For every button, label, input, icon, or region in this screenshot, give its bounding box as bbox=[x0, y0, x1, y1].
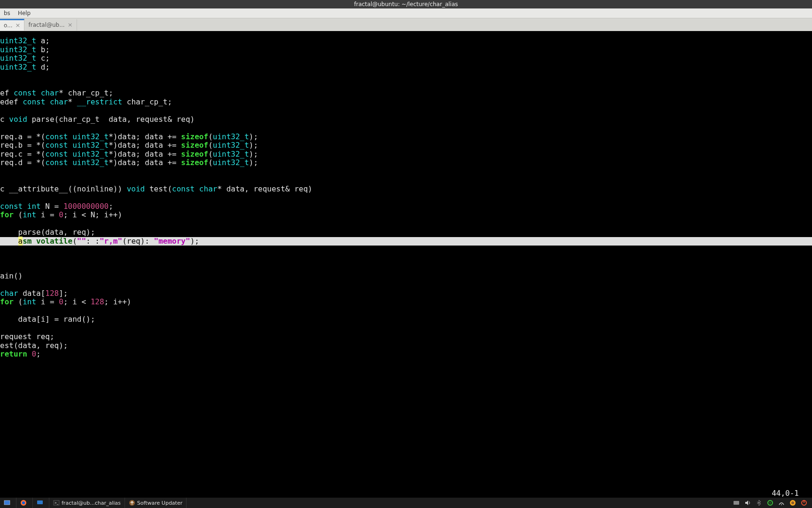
svg-marker-8 bbox=[745, 500, 748, 505]
tab-label: fractal@ub... bbox=[28, 22, 64, 28]
sync-icon[interactable] bbox=[767, 500, 773, 506]
chat-icon bbox=[37, 500, 43, 506]
svg-text:>_: >_ bbox=[55, 501, 59, 505]
volume-icon[interactable] bbox=[744, 500, 751, 506]
code-content: uint32_t a; uint32_t b; uint32_t c; uint… bbox=[0, 31, 812, 359]
firefox-icon bbox=[20, 500, 27, 506]
menu-help[interactable]: Help bbox=[14, 9, 34, 17]
desktop-icon bbox=[4, 500, 10, 506]
keyboard-indicator-icon[interactable] bbox=[733, 500, 740, 506]
network-icon[interactable] bbox=[778, 500, 785, 506]
taskbar-window-label: Software Updater bbox=[137, 500, 182, 506]
svg-point-10 bbox=[769, 502, 771, 504]
chat-launcher[interactable] bbox=[33, 498, 49, 508]
svg-rect-3 bbox=[37, 500, 43, 504]
highlighted-line: asm volatile("": :"r,m"(req): "memory"); bbox=[0, 237, 812, 246]
terminal-icon: >_ bbox=[53, 500, 60, 506]
terminal-tab-active[interactable]: o... × bbox=[0, 19, 24, 31]
bluetooth-icon[interactable] bbox=[756, 500, 762, 506]
tab-label: o... bbox=[4, 22, 13, 29]
svg-point-11 bbox=[781, 504, 782, 505]
updater-icon bbox=[129, 500, 135, 506]
window-titlebar: fractal@ubuntu: ~/lecture/char_alias bbox=[0, 0, 812, 8]
window-title: fractal@ubuntu: ~/lecture/char_alias bbox=[354, 1, 458, 8]
cursor: a bbox=[18, 237, 23, 246]
taskbar-window-updater[interactable]: Software Updater bbox=[125, 498, 187, 508]
vim-status-position: 44,0-1 bbox=[772, 489, 799, 498]
svg-rect-0 bbox=[4, 500, 10, 505]
taskbar-window-label: fractal@ub...char_alias bbox=[62, 500, 121, 506]
system-tray bbox=[733, 500, 812, 506]
taskbar-window-terminal[interactable]: >_ fractal@ub...char_alias bbox=[49, 498, 125, 508]
close-icon[interactable]: × bbox=[16, 22, 21, 29]
svg-point-2 bbox=[22, 501, 25, 504]
terminal-tab-strip: o... × fractal@ub... × bbox=[0, 18, 812, 31]
editor-viewport[interactable]: uint32_t a; uint32_t b; uint32_t c; uint… bbox=[0, 31, 812, 498]
menubar: bs Help bbox=[0, 8, 812, 18]
desktop-taskbar: >_ fractal@ub...char_alias Software Upda… bbox=[0, 498, 812, 508]
svg-point-13 bbox=[791, 501, 794, 504]
terminal-tab-inactive[interactable]: fractal@ub... × bbox=[24, 19, 77, 31]
show-desktop-button[interactable] bbox=[0, 498, 16, 508]
firefox-launcher[interactable] bbox=[16, 498, 33, 508]
close-icon[interactable]: × bbox=[68, 21, 73, 28]
svg-rect-7 bbox=[734, 501, 739, 505]
notification-icon[interactable] bbox=[789, 500, 796, 506]
power-icon[interactable] bbox=[801, 500, 807, 506]
menu-tabs[interactable]: bs bbox=[0, 9, 14, 17]
